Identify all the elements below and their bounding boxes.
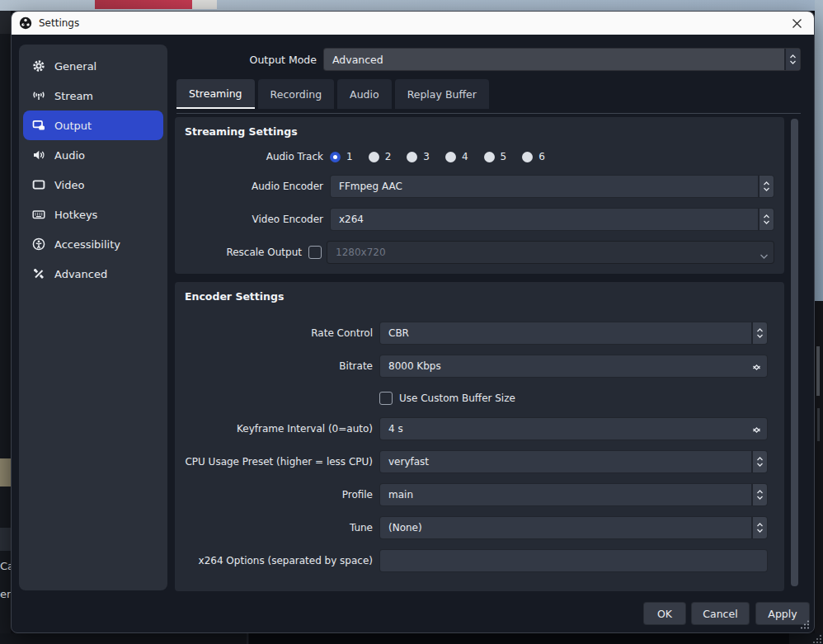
sidebar-item-label: Hotkeys [54,209,97,221]
radio-label: 3 [423,151,430,162]
output-mode-label: Output Mode [176,54,317,66]
chevron-up-down-icon[interactable] [751,517,767,538]
vertical-scrollbar[interactable] [791,119,798,586]
rescale-resolution-select[interactable]: 1280x720 [327,241,774,264]
tune-row: Tune (None) [185,516,774,539]
output-mode-row: Output Mode Advanced [176,48,801,71]
group-title: Encoder Settings [185,290,774,303]
audio-encoder-label: Audio Encoder [185,181,323,192]
keyframe-interval-label: Keyframe Interval (0=auto) [185,423,373,435]
chevron-up-down-icon[interactable] [758,209,774,230]
sidebar-item-hotkeys[interactable]: Hotkeys [23,200,163,229]
audio-track-radios: 1 2 3 4 5 6 [330,151,545,162]
x264-options-row: x264 Options (separated by space) [185,549,774,572]
keyframe-interval-spinbox[interactable]: 4 s [379,417,768,440]
background-streak [817,408,820,441]
chevron-up-down-icon[interactable] [751,484,767,505]
radio-label: 5 [501,151,507,162]
obs-logo-icon [19,16,32,30]
rate-control-label: Rate Control [185,327,373,339]
background-white-segment [192,0,217,9]
tabs-separator [176,113,801,114]
radio-track-3[interactable] [407,152,417,162]
audio-icon [31,148,45,162]
video-encoder-select[interactable]: x264 [330,208,774,231]
tune-select[interactable]: (None) [379,516,768,539]
rate-control-row: Rate Control CBR [185,322,774,345]
sidebar-item-label: Stream [54,90,93,102]
radio-track-5[interactable] [484,152,495,162]
audio-encoder-select[interactable]: FFmpeg AAC [330,175,774,198]
arrow-down-icon[interactable] [752,421,761,437]
background-left-top [0,11,11,34]
rescale-resolution-value: 1280x720 [327,247,386,258]
bitrate-row: Bitrate 8000 Kbps [185,355,774,378]
window-resize-grip[interactable] [813,634,822,643]
sidebar-item-accessibility[interactable]: Accessibility [23,229,163,259]
sidebar-item-audio[interactable]: Audio [23,140,163,170]
chevron-up-down-icon[interactable] [784,49,800,70]
sidebar-item-advanced[interactable]: Advanced [23,259,163,289]
dialog-resize-grip[interactable] [800,619,810,629]
chevron-up-down-icon[interactable] [758,176,774,197]
dialog-title: Settings [39,17,79,29]
background-red-bar [95,0,192,9]
sidebar-item-general[interactable]: General [23,51,163,81]
sidebar-item-stream[interactable]: Stream [23,81,163,110]
audio-track-label: Audio Track [185,151,323,162]
settings-dialog: Settings General Stream Output [11,11,815,633]
sidebar-item-label: Output [54,120,92,132]
background-text-fragment: er [0,588,12,600]
accessibility-icon [31,237,45,251]
chevron-down-icon [760,247,769,263]
bitrate-label: Bitrate [185,360,373,372]
audio-encoder-value: FFmpeg AAC [331,181,402,192]
sidebar-item-output[interactable]: Output [23,110,163,140]
radio-track-2[interactable] [369,152,379,162]
rate-control-select[interactable]: CBR [379,322,768,345]
tab-streaming[interactable]: Streaming [176,79,255,109]
chevron-up-down-icon[interactable] [751,451,767,472]
encoder-settings-group: Encoder Settings Rate Control CBR Bitrat… [175,282,784,591]
custom-buffer-checkbox[interactable] [379,392,393,405]
background-gray-block [0,528,11,551]
background-streak [816,346,820,396]
profile-row: Profile main [185,483,774,506]
tune-value: (None) [380,522,422,534]
cpu-preset-row: CPU Usage Preset (higher = less CPU) ver… [185,450,774,473]
sidebar-item-label: Advanced [54,268,107,280]
tab-audio[interactable]: Audio [337,79,392,109]
cancel-button[interactable]: Cancel [691,602,750,625]
tab-replay-buffer[interactable]: Replay Buffer [395,79,489,109]
streaming-settings-group: Streaming Settings Audio Track 1 2 3 4 5… [175,117,784,274]
radio-track-6[interactable] [522,152,533,162]
x264-options-input[interactable] [379,549,768,572]
sidebar-item-label: Video [54,179,84,191]
cpu-preset-select[interactable]: veryfast [379,450,768,473]
rescale-output-checkbox[interactable] [308,246,322,259]
close-icon[interactable] [789,16,804,30]
ok-button[interactable]: OK [643,602,686,625]
sidebar-item-video[interactable]: Video [23,170,163,200]
custom-buffer-label: Use Custom Buffer Size [399,393,515,404]
video-encoder-value: x264 [331,214,364,225]
keyframe-interval-row: Keyframe Interval (0=auto) 4 s [185,417,774,440]
cpu-preset-label: CPU Usage Preset (higher = less CPU) [185,456,373,468]
output-mode-select[interactable]: Advanced [323,48,801,71]
background-bottom-seam [247,633,248,644]
radio-track-1[interactable] [330,152,341,162]
dialog-titlebar[interactable]: Settings [12,12,814,35]
desktop-sky-right [815,0,823,301]
video-icon [31,178,45,192]
profile-select[interactable]: main [379,483,768,506]
tab-recording[interactable]: Recording [258,79,335,109]
chevron-up-down-icon[interactable] [751,322,767,344]
settings-sidebar: General Stream Output Audio Video [19,45,167,590]
keyframe-interval-value: 4 s [380,423,403,435]
arrow-down-icon[interactable] [752,359,761,374]
rescale-output-label: Rescale Output [185,247,302,258]
radio-track-4[interactable] [445,152,456,162]
sidebar-item-label: Accessibility [54,238,120,251]
bitrate-value: 8000 Kbps [380,360,441,372]
bitrate-spinbox[interactable]: 8000 Kbps [379,355,768,378]
